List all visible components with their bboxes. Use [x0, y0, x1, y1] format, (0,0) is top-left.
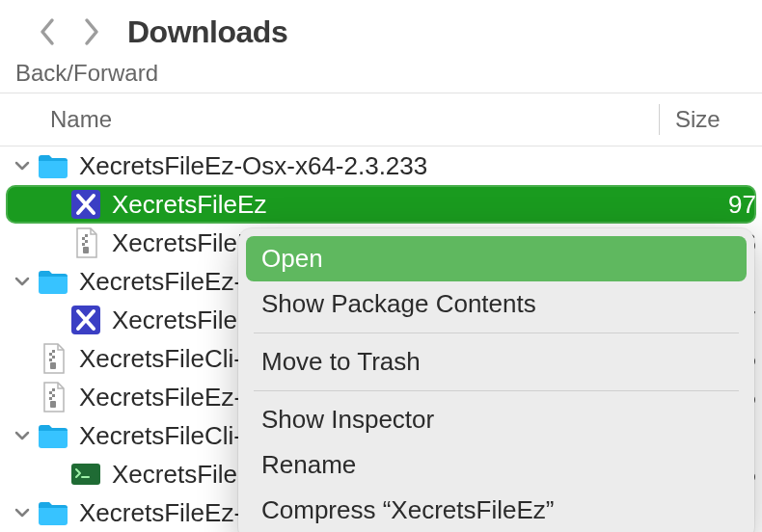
disclosure-triangle[interactable]: [12, 157, 33, 174]
terminal-icon: [69, 458, 102, 491]
window-title: Downloads: [127, 14, 287, 50]
folder-icon: [37, 265, 69, 298]
menu-item[interactable]: Move to Trash: [246, 339, 747, 385]
folder-icon: [37, 496, 69, 529]
disclosure-triangle[interactable]: [12, 273, 33, 290]
column-headers: Name Size: [0, 93, 762, 146]
file-name: XecretsFileEz-Osx-x64-2.3.233: [79, 151, 710, 181]
back-button[interactable]: [39, 17, 56, 46]
menu-item[interactable]: Rename: [246, 442, 747, 488]
file-row[interactable]: XecretsFileEz-Osx-x64-2.3.233: [0, 146, 762, 185]
folder-icon: [37, 149, 69, 182]
zip-icon: [37, 342, 69, 375]
nav-label: Back/Forward: [0, 56, 762, 93]
menu-separator: [254, 332, 739, 333]
zip-icon: [37, 381, 69, 413]
folder-icon: [37, 419, 69, 452]
column-header-name[interactable]: Name: [50, 106, 659, 133]
disclosure-triangle[interactable]: [12, 427, 33, 444]
menu-item[interactable]: Show Package Contents: [246, 281, 747, 327]
file-row[interactable]: XecretsFileEz97: [6, 185, 756, 224]
menu-item[interactable]: Compress “XecretsFileEz”: [246, 488, 747, 532]
app-x-icon: [69, 304, 102, 336]
file-size: 97: [710, 190, 756, 220]
toolbar: Downloads: [0, 0, 762, 56]
nav-arrows: [39, 17, 100, 46]
app-x-icon: [69, 188, 102, 221]
menu-separator: [254, 390, 739, 391]
context-menu: OpenShow Package ContentsMove to TrashSh…: [238, 228, 754, 532]
menu-item[interactable]: Show Inspector: [246, 397, 747, 442]
column-header-size[interactable]: Size: [675, 106, 762, 133]
disclosure-triangle[interactable]: [12, 504, 33, 521]
zip-icon: [69, 226, 102, 259]
menu-item[interactable]: Open: [246, 236, 747, 281]
forward-button[interactable]: [83, 17, 100, 46]
column-divider[interactable]: [659, 104, 660, 135]
file-name: XecretsFileEz: [112, 190, 710, 220]
